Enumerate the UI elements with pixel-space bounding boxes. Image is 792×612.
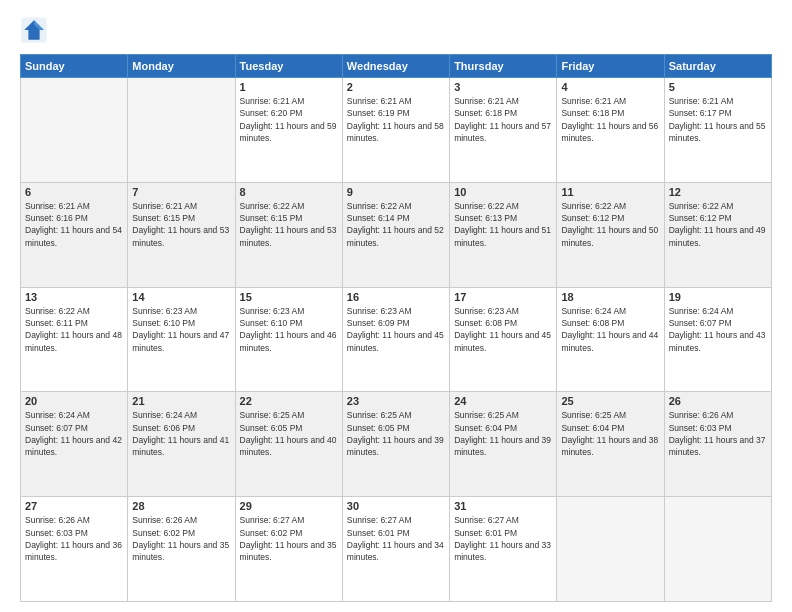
day-number: 28 — [132, 500, 230, 512]
day-info: Sunrise: 6:21 AMSunset: 6:18 PMDaylight:… — [561, 95, 659, 144]
header-monday: Monday — [128, 55, 235, 78]
calendar-cell: 22Sunrise: 6:25 AMSunset: 6:05 PMDayligh… — [235, 392, 342, 497]
day-number: 12 — [669, 186, 767, 198]
day-info: Sunrise: 6:27 AMSunset: 6:02 PMDaylight:… — [240, 514, 338, 563]
calendar-cell: 30Sunrise: 6:27 AMSunset: 6:01 PMDayligh… — [342, 497, 449, 602]
day-info: Sunrise: 6:23 AMSunset: 6:08 PMDaylight:… — [454, 305, 552, 354]
day-number: 7 — [132, 186, 230, 198]
day-info: Sunrise: 6:25 AMSunset: 6:05 PMDaylight:… — [240, 409, 338, 458]
day-number: 8 — [240, 186, 338, 198]
day-info: Sunrise: 6:21 AMSunset: 6:15 PMDaylight:… — [132, 200, 230, 249]
day-number: 16 — [347, 291, 445, 303]
header-saturday: Saturday — [664, 55, 771, 78]
calendar-cell: 9Sunrise: 6:22 AMSunset: 6:14 PMDaylight… — [342, 182, 449, 287]
day-info: Sunrise: 6:25 AMSunset: 6:04 PMDaylight:… — [561, 409, 659, 458]
calendar-cell: 27Sunrise: 6:26 AMSunset: 6:03 PMDayligh… — [21, 497, 128, 602]
day-info: Sunrise: 6:26 AMSunset: 6:03 PMDaylight:… — [25, 514, 123, 563]
day-number: 5 — [669, 81, 767, 93]
day-number: 26 — [669, 395, 767, 407]
header-wednesday: Wednesday — [342, 55, 449, 78]
calendar-header-row: SundayMondayTuesdayWednesdayThursdayFrid… — [21, 55, 772, 78]
day-number: 19 — [669, 291, 767, 303]
day-info: Sunrise: 6:21 AMSunset: 6:18 PMDaylight:… — [454, 95, 552, 144]
header-tuesday: Tuesday — [235, 55, 342, 78]
day-number: 4 — [561, 81, 659, 93]
day-number: 9 — [347, 186, 445, 198]
calendar-week-row: 20Sunrise: 6:24 AMSunset: 6:07 PMDayligh… — [21, 392, 772, 497]
day-info: Sunrise: 6:26 AMSunset: 6:03 PMDaylight:… — [669, 409, 767, 458]
calendar-cell — [21, 78, 128, 183]
day-info: Sunrise: 6:22 AMSunset: 6:13 PMDaylight:… — [454, 200, 552, 249]
calendar-cell: 14Sunrise: 6:23 AMSunset: 6:10 PMDayligh… — [128, 287, 235, 392]
day-info: Sunrise: 6:21 AMSunset: 6:20 PMDaylight:… — [240, 95, 338, 144]
calendar-cell: 1Sunrise: 6:21 AMSunset: 6:20 PMDaylight… — [235, 78, 342, 183]
header — [20, 16, 772, 44]
day-info: Sunrise: 6:23 AMSunset: 6:10 PMDaylight:… — [240, 305, 338, 354]
calendar-cell: 15Sunrise: 6:23 AMSunset: 6:10 PMDayligh… — [235, 287, 342, 392]
calendar-cell: 6Sunrise: 6:21 AMSunset: 6:16 PMDaylight… — [21, 182, 128, 287]
day-info: Sunrise: 6:24 AMSunset: 6:07 PMDaylight:… — [669, 305, 767, 354]
day-number: 25 — [561, 395, 659, 407]
day-info: Sunrise: 6:22 AMSunset: 6:12 PMDaylight:… — [669, 200, 767, 249]
calendar-cell: 23Sunrise: 6:25 AMSunset: 6:05 PMDayligh… — [342, 392, 449, 497]
day-number: 13 — [25, 291, 123, 303]
calendar-cell: 19Sunrise: 6:24 AMSunset: 6:07 PMDayligh… — [664, 287, 771, 392]
calendar-week-row: 27Sunrise: 6:26 AMSunset: 6:03 PMDayligh… — [21, 497, 772, 602]
day-info: Sunrise: 6:24 AMSunset: 6:06 PMDaylight:… — [132, 409, 230, 458]
logo-icon — [20, 16, 48, 44]
day-info: Sunrise: 6:23 AMSunset: 6:10 PMDaylight:… — [132, 305, 230, 354]
day-number: 15 — [240, 291, 338, 303]
calendar-cell: 21Sunrise: 6:24 AMSunset: 6:06 PMDayligh… — [128, 392, 235, 497]
calendar-cell: 20Sunrise: 6:24 AMSunset: 6:07 PMDayligh… — [21, 392, 128, 497]
calendar-table: SundayMondayTuesdayWednesdayThursdayFrid… — [20, 54, 772, 602]
calendar-cell: 17Sunrise: 6:23 AMSunset: 6:08 PMDayligh… — [450, 287, 557, 392]
day-info: Sunrise: 6:23 AMSunset: 6:09 PMDaylight:… — [347, 305, 445, 354]
day-info: Sunrise: 6:21 AMSunset: 6:16 PMDaylight:… — [25, 200, 123, 249]
day-info: Sunrise: 6:26 AMSunset: 6:02 PMDaylight:… — [132, 514, 230, 563]
header-sunday: Sunday — [21, 55, 128, 78]
calendar-cell: 25Sunrise: 6:25 AMSunset: 6:04 PMDayligh… — [557, 392, 664, 497]
calendar-cell — [128, 78, 235, 183]
day-info: Sunrise: 6:25 AMSunset: 6:04 PMDaylight:… — [454, 409, 552, 458]
calendar-cell: 24Sunrise: 6:25 AMSunset: 6:04 PMDayligh… — [450, 392, 557, 497]
day-info: Sunrise: 6:27 AMSunset: 6:01 PMDaylight:… — [454, 514, 552, 563]
day-number: 23 — [347, 395, 445, 407]
header-friday: Friday — [557, 55, 664, 78]
calendar-cell: 8Sunrise: 6:22 AMSunset: 6:15 PMDaylight… — [235, 182, 342, 287]
day-number: 14 — [132, 291, 230, 303]
calendar-cell: 4Sunrise: 6:21 AMSunset: 6:18 PMDaylight… — [557, 78, 664, 183]
day-info: Sunrise: 6:22 AMSunset: 6:12 PMDaylight:… — [561, 200, 659, 249]
calendar-cell: 18Sunrise: 6:24 AMSunset: 6:08 PMDayligh… — [557, 287, 664, 392]
calendar-cell: 5Sunrise: 6:21 AMSunset: 6:17 PMDaylight… — [664, 78, 771, 183]
day-info: Sunrise: 6:24 AMSunset: 6:08 PMDaylight:… — [561, 305, 659, 354]
calendar-cell — [557, 497, 664, 602]
day-number: 17 — [454, 291, 552, 303]
day-info: Sunrise: 6:21 AMSunset: 6:17 PMDaylight:… — [669, 95, 767, 144]
day-info: Sunrise: 6:22 AMSunset: 6:15 PMDaylight:… — [240, 200, 338, 249]
calendar-cell: 3Sunrise: 6:21 AMSunset: 6:18 PMDaylight… — [450, 78, 557, 183]
header-thursday: Thursday — [450, 55, 557, 78]
day-number: 21 — [132, 395, 230, 407]
calendar-cell: 13Sunrise: 6:22 AMSunset: 6:11 PMDayligh… — [21, 287, 128, 392]
calendar-cell: 26Sunrise: 6:26 AMSunset: 6:03 PMDayligh… — [664, 392, 771, 497]
day-info: Sunrise: 6:21 AMSunset: 6:19 PMDaylight:… — [347, 95, 445, 144]
calendar-cell: 29Sunrise: 6:27 AMSunset: 6:02 PMDayligh… — [235, 497, 342, 602]
calendar-week-row: 6Sunrise: 6:21 AMSunset: 6:16 PMDaylight… — [21, 182, 772, 287]
day-number: 31 — [454, 500, 552, 512]
logo — [20, 16, 52, 44]
calendar-cell: 16Sunrise: 6:23 AMSunset: 6:09 PMDayligh… — [342, 287, 449, 392]
day-info: Sunrise: 6:27 AMSunset: 6:01 PMDaylight:… — [347, 514, 445, 563]
calendar-cell: 12Sunrise: 6:22 AMSunset: 6:12 PMDayligh… — [664, 182, 771, 287]
day-info: Sunrise: 6:22 AMSunset: 6:14 PMDaylight:… — [347, 200, 445, 249]
day-number: 29 — [240, 500, 338, 512]
day-number: 24 — [454, 395, 552, 407]
day-number: 18 — [561, 291, 659, 303]
calendar-cell — [664, 497, 771, 602]
calendar-cell: 31Sunrise: 6:27 AMSunset: 6:01 PMDayligh… — [450, 497, 557, 602]
calendar-week-row: 1Sunrise: 6:21 AMSunset: 6:20 PMDaylight… — [21, 78, 772, 183]
day-number: 22 — [240, 395, 338, 407]
page: SundayMondayTuesdayWednesdayThursdayFrid… — [0, 0, 792, 612]
day-number: 2 — [347, 81, 445, 93]
day-number: 10 — [454, 186, 552, 198]
day-info: Sunrise: 6:24 AMSunset: 6:07 PMDaylight:… — [25, 409, 123, 458]
